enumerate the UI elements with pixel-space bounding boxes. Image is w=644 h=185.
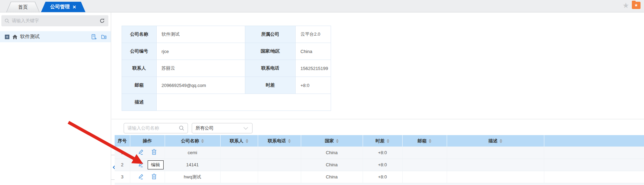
cell-index: 2 — [115, 159, 130, 171]
detail-label: 联系电话 — [245, 60, 296, 77]
col-header-email[interactable]: 邮箱 — [402, 135, 447, 147]
tab-active-label: 公司管理 — [50, 4, 70, 10]
sort-icon[interactable] — [246, 139, 248, 143]
grid-header-row: 序号 操作 公司名称 联系人 联系电话 国家 时差 邮箱 描述 — [115, 135, 644, 147]
col-header-actions: 操作 — [130, 135, 165, 147]
chevron-down-icon — [243, 125, 248, 130]
add-department-icon[interactable] — [91, 34, 97, 40]
cell-contact — [220, 159, 258, 171]
detail-label: 描述 — [122, 94, 157, 111]
cell-country: China — [301, 147, 363, 159]
sort-icon[interactable] — [336, 139, 339, 143]
tab-company-management[interactable]: 公司管理 ✕ — [41, 2, 85, 12]
detail-label: 国家/地区 — [245, 43, 296, 60]
detail-label: 公司名称 — [122, 26, 157, 43]
col-header-contact[interactable]: 联系人 — [220, 135, 258, 147]
edit-icon[interactable] — [138, 174, 144, 179]
company-name-search-input[interactable]: 请输入公司名称 — [124, 123, 188, 133]
refresh-icon[interactable] — [99, 18, 105, 24]
section-divider — [112, 119, 644, 120]
table-row: 1 cemi China +8:0 — [115, 147, 644, 159]
tab-home-label: 首页 — [18, 4, 28, 10]
edit-icon[interactable] — [138, 161, 144, 167]
detail-label: 公司编号 — [122, 43, 157, 60]
edit-tooltip: 编辑 — [148, 160, 164, 169]
detail-value: 云平台2.0 — [296, 26, 331, 43]
delete-icon[interactable] — [151, 149, 157, 155]
detail-row: 描述 — [122, 94, 331, 111]
table-row: 3 hwq测试 China +8:0 — [115, 171, 644, 183]
tab-close-icon[interactable]: ✕ — [73, 5, 76, 9]
cell-phone — [258, 171, 301, 183]
cell-email — [402, 171, 447, 183]
detail-value: 苏丽云 — [157, 60, 245, 77]
search-icon[interactable] — [179, 125, 184, 131]
detail-value — [157, 94, 331, 111]
sort-icon[interactable] — [387, 139, 389, 143]
sidebar-search-placeholder: 请输入关键字 — [12, 18, 99, 24]
cell-timezone: +8:0 — [363, 147, 402, 159]
col-header-country[interactable]: 国家 — [301, 135, 363, 147]
sidebar: 请输入关键字 软件测试 — [0, 12, 111, 185]
detail-value: rjce — [157, 43, 245, 60]
company-list-table: 序号 操作 公司名称 联系人 联系电话 国家 时差 邮箱 描述 1 cemi C… — [115, 135, 644, 183]
col-header-phone[interactable]: 联系电话 — [258, 135, 301, 147]
tree-expand-plus-icon[interactable] — [5, 35, 9, 39]
cell-company-name: cemi — [165, 147, 220, 159]
detail-value: 软件测试 — [157, 26, 245, 43]
sidebar-search-input[interactable]: 请输入关键字 — [1, 15, 108, 26]
detail-label: 联系人 — [122, 60, 157, 77]
col-header-timezone[interactable]: 时差 — [363, 135, 402, 147]
sort-icon[interactable] — [288, 139, 291, 143]
cell-timezone: +8:0 — [363, 159, 402, 171]
delete-icon[interactable] — [151, 174, 157, 179]
sort-icon[interactable] — [201, 139, 204, 143]
cell-description — [447, 147, 544, 159]
partial-table-row — [115, 183, 644, 185]
sort-icon[interactable] — [429, 139, 431, 143]
cell-company-name: 14141 — [165, 159, 220, 171]
sort-icon[interactable] — [499, 139, 502, 143]
cell-description — [447, 171, 544, 183]
company-name-placeholder: 请输入公司名称 — [127, 125, 179, 131]
cell-phone — [258, 159, 301, 171]
detail-label: 所属公司 — [245, 26, 296, 43]
cell-email — [402, 159, 447, 171]
cell-company-name: hwq测试 — [165, 171, 220, 183]
company-detail-table: 公司名称 软件测试 所属公司 云平台2.0 公司编号 rjce 国家/地区 Ch… — [122, 26, 331, 111]
col-header-company-name[interactable]: 公司名称 — [165, 135, 220, 147]
detail-row: 联系人 苏丽云 联系电话 15625215199 — [122, 60, 331, 77]
home-icon — [12, 34, 18, 39]
sidebar-item-company-tree-node[interactable]: 软件测试 — [0, 31, 111, 42]
cell-email — [402, 147, 447, 159]
cell-contact — [220, 171, 258, 183]
detail-value: 15625215199 — [296, 60, 331, 77]
add-folder-icon[interactable] — [101, 34, 107, 40]
detail-label: 时差 — [245, 77, 296, 94]
favorites-folder-icon[interactable]: ★ — [632, 2, 641, 9]
company-select-value: 所有公司 — [196, 125, 244, 131]
edit-icon[interactable] — [138, 149, 144, 155]
folder-star-icon: ★ — [632, 2, 641, 8]
col-header-empty — [544, 135, 644, 147]
cell-country: China — [301, 159, 363, 171]
cell-contact — [220, 147, 258, 159]
cell-index: 1 — [115, 147, 130, 159]
search-icon — [5, 18, 10, 24]
col-header-description[interactable]: 描述 — [447, 135, 544, 147]
detail-row: 公司编号 rjce 国家/地区 China — [122, 43, 331, 60]
detail-label: 邮箱 — [122, 77, 157, 94]
cell-country: China — [301, 171, 363, 183]
tree-item-label: 软件测试 — [20, 34, 91, 40]
company-filter-select[interactable]: 所有公司 — [192, 123, 253, 133]
cell-description — [447, 159, 544, 171]
cell-phone — [258, 147, 301, 159]
tab-home[interactable]: 首页 — [6, 2, 40, 12]
detail-row: 公司名称 软件测试 所属公司 云平台2.0 — [122, 26, 331, 43]
tab-bar: 首页 公司管理 ✕ ★ ★ — [0, 0, 644, 12]
detail-value: China — [296, 43, 331, 60]
col-header-index: 序号 — [115, 135, 130, 147]
detail-row: 邮箱 2096692549@qq.com 时差 +8:0 — [122, 77, 331, 94]
favorite-star-icon[interactable]: ★ — [622, 2, 629, 9]
cell-index: 3 — [115, 171, 130, 183]
